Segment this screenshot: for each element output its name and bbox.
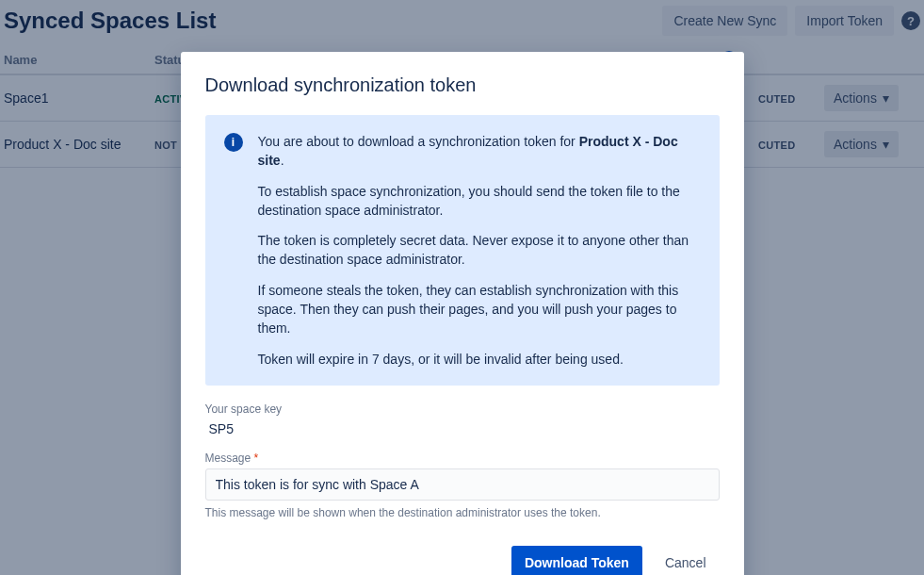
info-line-2: To establish space synchronization, you … (258, 182, 701, 221)
info-line-1: You are about to download a synchronizat… (258, 132, 701, 171)
info-line-3: The token is completely secret data. Nev… (258, 231, 701, 270)
message-hint: This message will be shown when the dest… (205, 506, 720, 519)
message-field: Message * This message will be shown whe… (205, 452, 720, 519)
message-input[interactable] (205, 468, 720, 501)
space-key-label: Your space key (205, 402, 720, 416)
space-key-field: Your space key SP5 (205, 402, 720, 438)
modal-actions: Download Token Cancel (205, 546, 720, 575)
info-line-4: If someone steals the token, they can es… (258, 281, 701, 338)
cancel-button[interactable]: Cancel (652, 546, 720, 575)
modal-title: Download synchronization token (205, 74, 720, 96)
modal-overlay: Download synchronization token i You are… (0, 0, 924, 575)
info-line-5: Token will expire in 7 days, or it will … (258, 350, 701, 369)
message-label: Message * (205, 452, 720, 465)
space-key-value: SP5 (205, 419, 720, 438)
download-token-button[interactable]: Download Token (511, 546, 642, 575)
download-token-modal: Download synchronization token i You are… (181, 52, 744, 575)
required-indicator: * (251, 452, 258, 465)
info-panel: i You are about to download a synchroniz… (205, 115, 720, 386)
info-icon: i (224, 133, 243, 152)
info-content: You are about to download a synchronizat… (258, 132, 701, 369)
